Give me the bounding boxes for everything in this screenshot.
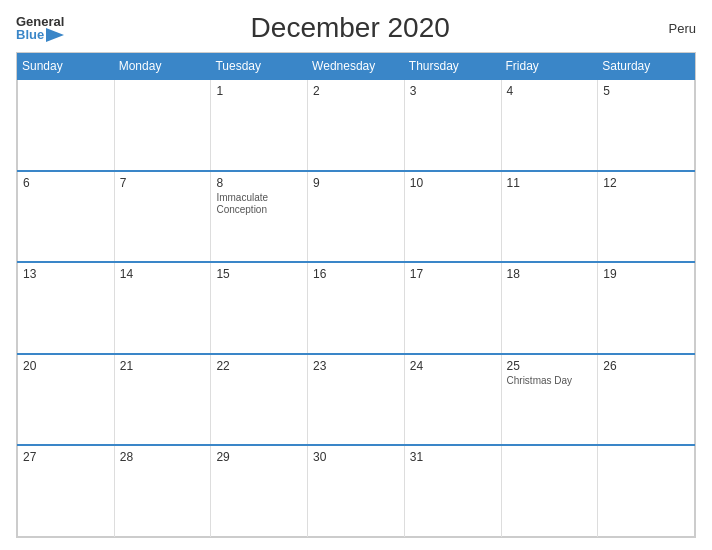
- days-header-row: Sunday Monday Tuesday Wednesday Thursday…: [18, 54, 695, 80]
- logo-flag-icon: [46, 28, 64, 42]
- day-cell: 7: [114, 171, 211, 263]
- day-cell: 25Christmas Day: [501, 354, 598, 446]
- day-cell: 18: [501, 262, 598, 354]
- day-cell: 21: [114, 354, 211, 446]
- country-label: Peru: [636, 21, 696, 36]
- calendar-header: Sunday Monday Tuesday Wednesday Thursday…: [18, 54, 695, 80]
- col-tuesday: Tuesday: [211, 54, 308, 80]
- day-number: 3: [410, 84, 496, 98]
- logo-blue-text: Blue: [16, 28, 44, 41]
- day-cell: 29: [211, 445, 308, 537]
- day-number: 28: [120, 450, 206, 464]
- day-number: 29: [216, 450, 302, 464]
- day-cell: [114, 79, 211, 171]
- day-number: 2: [313, 84, 399, 98]
- day-number: 15: [216, 267, 302, 281]
- day-number: 19: [603, 267, 689, 281]
- day-cell: 28: [114, 445, 211, 537]
- day-cell: 16: [308, 262, 405, 354]
- day-number: 21: [120, 359, 206, 373]
- day-number: 30: [313, 450, 399, 464]
- day-number: 14: [120, 267, 206, 281]
- calendar-table: Sunday Monday Tuesday Wednesday Thursday…: [17, 53, 695, 537]
- day-cell: [18, 79, 115, 171]
- day-number: 10: [410, 176, 496, 190]
- day-number: 9: [313, 176, 399, 190]
- day-cell: 5: [598, 79, 695, 171]
- day-number: 5: [603, 84, 689, 98]
- col-friday: Friday: [501, 54, 598, 80]
- day-cell: 12: [598, 171, 695, 263]
- day-number: 13: [23, 267, 109, 281]
- day-cell: [598, 445, 695, 537]
- day-cell: 4: [501, 79, 598, 171]
- calendar-body: 12345678Immaculate Conception91011121314…: [18, 79, 695, 537]
- day-cell: 30: [308, 445, 405, 537]
- holiday-name: Immaculate Conception: [216, 192, 302, 216]
- col-saturday: Saturday: [598, 54, 695, 80]
- day-cell: 6: [18, 171, 115, 263]
- week-row-5: 2728293031: [18, 445, 695, 537]
- day-number: 16: [313, 267, 399, 281]
- col-thursday: Thursday: [404, 54, 501, 80]
- svg-marker-0: [46, 28, 64, 42]
- day-number: 8: [216, 176, 302, 190]
- day-number: 12: [603, 176, 689, 190]
- day-number: 1: [216, 84, 302, 98]
- col-sunday: Sunday: [18, 54, 115, 80]
- day-number: 31: [410, 450, 496, 464]
- day-number: 18: [507, 267, 593, 281]
- calendar-container: Sunday Monday Tuesday Wednesday Thursday…: [16, 52, 696, 538]
- day-cell: 26: [598, 354, 695, 446]
- col-monday: Monday: [114, 54, 211, 80]
- day-number: 17: [410, 267, 496, 281]
- day-number: 24: [410, 359, 496, 373]
- day-number: 7: [120, 176, 206, 190]
- day-number: 6: [23, 176, 109, 190]
- col-wednesday: Wednesday: [308, 54, 405, 80]
- day-number: 26: [603, 359, 689, 373]
- day-cell: 23: [308, 354, 405, 446]
- day-cell: 2: [308, 79, 405, 171]
- day-number: 20: [23, 359, 109, 373]
- logo-general-text: General: [16, 15, 64, 28]
- day-cell: 15: [211, 262, 308, 354]
- logo: General Blue: [16, 15, 64, 42]
- day-cell: 20: [18, 354, 115, 446]
- day-cell: [501, 445, 598, 537]
- day-cell: 3: [404, 79, 501, 171]
- day-cell: 11: [501, 171, 598, 263]
- week-row-4: 202122232425Christmas Day26: [18, 354, 695, 446]
- header: General Blue December 2020 Peru: [16, 12, 696, 44]
- day-cell: 1: [211, 79, 308, 171]
- calendar-page: General Blue December 2020 Peru Sunday M…: [0, 0, 712, 550]
- day-cell: 27: [18, 445, 115, 537]
- day-cell: 24: [404, 354, 501, 446]
- week-row-3: 13141516171819: [18, 262, 695, 354]
- day-cell: 10: [404, 171, 501, 263]
- week-row-1: 12345: [18, 79, 695, 171]
- day-number: 23: [313, 359, 399, 373]
- month-title: December 2020: [64, 12, 636, 44]
- day-cell: 14: [114, 262, 211, 354]
- day-number: 27: [23, 450, 109, 464]
- day-number: 25: [507, 359, 593, 373]
- day-cell: 31: [404, 445, 501, 537]
- day-number: 22: [216, 359, 302, 373]
- day-cell: 8Immaculate Conception: [211, 171, 308, 263]
- day-cell: 17: [404, 262, 501, 354]
- day-cell: 13: [18, 262, 115, 354]
- holiday-name: Christmas Day: [507, 375, 593, 387]
- day-number: 4: [507, 84, 593, 98]
- week-row-2: 678Immaculate Conception9101112: [18, 171, 695, 263]
- day-number: 11: [507, 176, 593, 190]
- day-cell: 9: [308, 171, 405, 263]
- day-cell: 19: [598, 262, 695, 354]
- day-cell: 22: [211, 354, 308, 446]
